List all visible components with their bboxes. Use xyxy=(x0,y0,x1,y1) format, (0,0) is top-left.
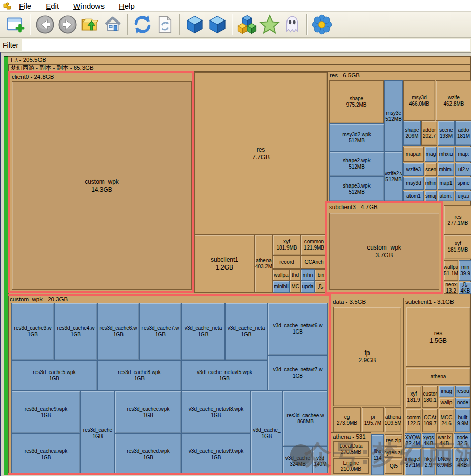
ghost-button[interactable] xyxy=(281,13,303,36)
treemap-cell[interactable]: Engine210.0MB xyxy=(333,458,369,474)
treemap-cell[interactable]: shape975.2MB xyxy=(329,80,384,123)
treemap-cell[interactable]: addor202.7 xyxy=(421,121,437,146)
treemap-cell[interactable]: xyf181.9MB xyxy=(273,235,301,255)
treemap-cell[interactable]: shape206M xyxy=(403,121,421,146)
home-button[interactable] xyxy=(101,13,124,36)
free-space-strip[interactable] xyxy=(4,56,8,475)
treemap-cell[interactable]: common121.9MB xyxy=(301,235,327,255)
treemap-section[interactable]: custom_wpk - 20.3GB xyxy=(6,294,331,475)
treemap-cell[interactable]: xyf181.9MB xyxy=(444,235,471,259)
treemap-cell[interactable]: war.ix4KB xyxy=(436,433,453,448)
treemap-cell[interactable]: uiyz.i xyxy=(455,191,471,201)
treemap-cell[interactable]: imagef87.1M xyxy=(405,449,421,475)
star-button[interactable] xyxy=(258,13,281,36)
treemap-cell[interactable]: record xyxy=(273,255,301,269)
treemap-cell[interactable]: atom. xyxy=(438,191,454,201)
treemap-cell[interactable]: cg273.9MB xyxy=(333,407,361,432)
menu-windows[interactable]: Windows xyxy=(73,2,105,10)
treemap-cell[interactable]: node xyxy=(455,398,470,408)
cube-primary-button[interactable] xyxy=(183,13,206,36)
treemap-cell[interactable]: LocalData270.5MB xyxy=(333,441,369,457)
back-button[interactable] xyxy=(34,13,56,36)
treemap-cell[interactable]: imag xyxy=(439,386,454,397)
treemap-cell[interactable]: athena403.2M xyxy=(255,235,273,293)
treemap-cell[interactable]: addo181M xyxy=(455,121,471,146)
refresh-page-button[interactable] xyxy=(154,13,176,36)
treemap-cell[interactable]: wzife3 xyxy=(403,163,424,176)
refresh-button[interactable] xyxy=(131,13,154,36)
treemap-cell[interactable]: comm122.5 xyxy=(406,409,421,432)
treemap-cell[interactable]: mhin xyxy=(425,177,437,190)
treemap-cell[interactable]: msy3d466.0MB xyxy=(403,80,435,121)
treemap-canvas[interactable]: F:\ - 205.5GB 梦幻西游 - 副本 - 副本 - 65.3GB cl… xyxy=(0,52,471,476)
treemap-cell[interactable]: upda xyxy=(301,281,315,293)
treemap-cell[interactable]: spine xyxy=(455,177,471,190)
treemap-cell[interactable]: CCAt109.7 xyxy=(422,409,438,432)
treemap-cell[interactable]: MCC24.6 xyxy=(439,409,454,432)
treemap-cell[interactable]: smaj xyxy=(425,191,437,201)
treemap-cell[interactable]: atom1 xyxy=(403,191,424,201)
treemap-cell[interactable]: node32.5 xyxy=(454,433,471,448)
treemap-cell[interactable]: wzife462.8MB xyxy=(436,80,471,121)
treemap-cell[interactable]: XYQW22.4M xyxy=(405,433,421,448)
treemap-cell[interactable]: scen xyxy=(425,163,437,176)
treemap-cell[interactable]: mhxiu xyxy=(438,147,454,162)
treemap-cell[interactable]: minibli xyxy=(273,281,290,293)
treemap-cell[interactable]: mapan xyxy=(403,147,424,162)
treemap-cell[interactable]: mhim. xyxy=(438,163,454,176)
treemap-cell[interactable]: libx114 xyxy=(371,434,384,475)
treemap-section[interactable]: client0 - 24.8GB xyxy=(8,71,194,293)
treemap-cell[interactable]: thd xyxy=(290,269,301,281)
treemap-cell[interactable]: hky2.9 xyxy=(422,449,435,475)
treemap-cell[interactable]: fp2.9GB xyxy=(333,307,401,406)
treemap-cell[interactable]: wallpa xyxy=(273,269,290,281)
folder-up-button[interactable] xyxy=(79,13,101,36)
treemap-cell[interactable]: athena109.5M xyxy=(385,407,401,432)
treemap-cell[interactable]: ui2.v xyxy=(455,163,471,176)
menu-file[interactable]: File xyxy=(19,2,31,10)
filter-input[interactable] xyxy=(22,39,470,51)
treemap-cell[interactable]: subclient11.2GB xyxy=(194,235,255,293)
treemap-cell[interactable]: map1 xyxy=(438,177,454,190)
treemap-cell[interactable]: custor180.1 xyxy=(422,386,438,408)
treemap-cell[interactable]: mhn xyxy=(301,269,315,281)
menu-help[interactable]: Help xyxy=(119,2,135,10)
treemap-cell[interactable]: xyqsv4KB xyxy=(454,449,471,475)
treemap-cell[interactable]: msy3d2.wpk512MB xyxy=(329,123,384,152)
cube-secondary-button[interactable] xyxy=(206,13,229,36)
treemap-cell[interactable]: pi195.7M xyxy=(362,407,384,432)
menu-edit[interactable]: Edit xyxy=(46,2,59,10)
new-view-button[interactable] xyxy=(4,13,27,36)
treemap-cell[interactable]: neox13.2 xyxy=(444,282,458,294)
forward-button[interactable] xyxy=(56,13,79,36)
treemap-cell[interactable]: res7.7GB xyxy=(194,72,327,235)
treemap-cell[interactable]: xyqs4KB xyxy=(422,433,435,448)
treemap-section[interactable]: subclient3 - 4.7GB xyxy=(325,201,443,294)
treemap-branch-header[interactable]: 梦幻西游 - 副本 - 副本 - 65.3GB xyxy=(8,64,471,72)
treemap-cell[interactable]: resou xyxy=(455,386,470,397)
treemap-root-header[interactable]: F:\ - 205.5GB xyxy=(4,56,471,64)
treemap-cell[interactable]: res1.5GB xyxy=(406,307,470,367)
treemap-cell[interactable]: shape2.wpk512MB xyxy=(329,152,384,176)
treemap-cell[interactable]: Qt5 xyxy=(385,459,402,474)
treemap-cell[interactable]: res.zip xyxy=(385,434,402,447)
treemap-cell[interactable]: msy3c512MB xyxy=(384,80,403,152)
treemap-cell[interactable]: wallpa51.1M xyxy=(444,260,458,281)
treemap-cell[interactable]: msy3d xyxy=(403,177,424,190)
treemap-cell[interactable]: wzife2.v512MB xyxy=(384,152,403,201)
treemap-cell[interactable]: athena xyxy=(406,368,470,385)
treemap-cell[interactable]: bNew6.9MB xyxy=(436,449,453,475)
treemap-cell[interactable]: myres.zip xyxy=(385,448,402,458)
treemap-cell[interactable]: wallp xyxy=(439,398,454,408)
treemap-cell[interactable]: map: xyxy=(455,147,471,162)
treemap-cell[interactable]: mag xyxy=(425,147,437,162)
treemap-cell[interactable]: CCAnch xyxy=(301,255,327,269)
treemap-cell[interactable]: res277.1MB xyxy=(444,205,471,235)
treemap-cell[interactable]: xyf181.9 xyxy=(406,386,421,408)
settings-flower-button[interactable] xyxy=(311,13,333,36)
treemap-cell[interactable]: shape3.wpk512MB xyxy=(329,176,384,201)
treemap-cell[interactable]: scene193M xyxy=(438,121,455,146)
treemap-cell[interactable]: min39.9 xyxy=(459,260,471,281)
treemap-cell[interactable]: 几.4KB xyxy=(459,282,471,294)
treemap-cell[interactable]: MC xyxy=(290,281,301,293)
